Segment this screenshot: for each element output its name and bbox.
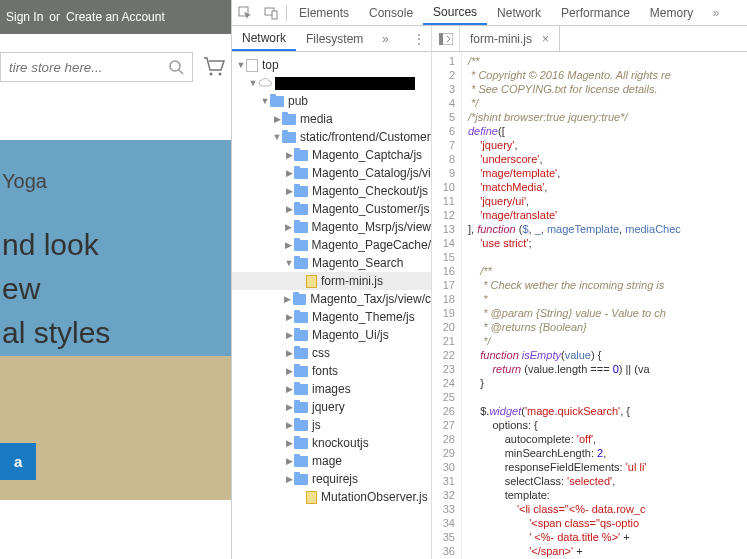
line-number[interactable]: 11	[432, 194, 455, 208]
line-number[interactable]: 30	[432, 460, 455, 474]
tree-row[interactable]: ▼Magento_Search	[232, 254, 431, 272]
file-tree[interactable]: ▼top▼▼pub▶media▼static/frontend/Customer…	[232, 52, 431, 559]
line-number[interactable]: 33	[432, 502, 455, 516]
sidebar-menu-icon[interactable]: ⋮	[407, 32, 431, 46]
disclosure-triangle-icon[interactable]: ▶	[284, 474, 294, 484]
disclosure-triangle-icon[interactable]: ▶	[284, 240, 294, 250]
main-tab-console[interactable]: Console	[359, 0, 423, 25]
tree-row[interactable]: ▼static/frontend/Customer	[232, 128, 431, 146]
code-line[interactable]: */	[468, 334, 747, 348]
hero-banner[interactable]: Yoga nd look ew al styles a	[0, 140, 231, 500]
disclosure-triangle-icon[interactable]: ▶	[284, 222, 294, 232]
line-number[interactable]: 12	[432, 208, 455, 222]
line-number[interactable]: 20	[432, 320, 455, 334]
code-line[interactable]: function isEmpty(value) {	[468, 348, 747, 362]
code-line[interactable]: '<li class="<%- data.row_c	[468, 502, 747, 516]
line-number[interactable]: 24	[432, 376, 455, 390]
disclosure-triangle-icon[interactable]: ▼	[248, 78, 258, 88]
tree-row[interactable]: ▶jquery	[232, 398, 431, 416]
code-line[interactable]: responseFieldElements: 'ul li'	[468, 460, 747, 474]
tree-row[interactable]: ▶media	[232, 110, 431, 128]
line-number[interactable]: 25	[432, 390, 455, 404]
code-line[interactable]: * @returns {Boolean}	[468, 320, 747, 334]
tree-row[interactable]: ▶js	[232, 416, 431, 434]
main-tab-performance[interactable]: Performance	[551, 0, 640, 25]
code-line[interactable]: 'use strict';	[468, 236, 747, 250]
code-line[interactable]: '<span class="qs-optio	[468, 516, 747, 530]
code-line[interactable]: '</span>' +	[468, 544, 747, 558]
tree-row[interactable]: ▶Magento_Customer/js	[232, 200, 431, 218]
code-line[interactable]: template:	[468, 488, 747, 502]
line-number[interactable]: 32	[432, 488, 455, 502]
line-number[interactable]: 1	[432, 54, 455, 68]
code-line[interactable]: /**	[468, 264, 747, 278]
line-number[interactable]: 2	[432, 68, 455, 82]
main-tab-elements[interactable]: Elements	[289, 0, 359, 25]
line-number[interactable]: 31	[432, 474, 455, 488]
disclosure-triangle-icon[interactable]: ▶	[284, 420, 294, 430]
code-line[interactable]: 'underscore',	[468, 152, 747, 166]
code-line[interactable]: 'jquery/ui',	[468, 194, 747, 208]
line-number[interactable]: 36	[432, 544, 455, 558]
tree-row[interactable]: ▼top	[232, 56, 431, 74]
tree-row[interactable]: ▶Magento_Tax/js/view/c	[232, 290, 431, 308]
code-line[interactable]: define([	[468, 124, 747, 138]
code-line[interactable]: * @param {String} value - Value to ch	[468, 306, 747, 320]
code-line[interactable]: autocomplete: 'off',	[468, 432, 747, 446]
tree-row[interactable]: ▶Magento_Ui/js	[232, 326, 431, 344]
line-number[interactable]: 10	[432, 180, 455, 194]
line-number[interactable]: 6	[432, 124, 455, 138]
disclosure-triangle-icon[interactable]: ▶	[284, 204, 294, 214]
tree-row[interactable]: ▶knockoutjs	[232, 434, 431, 452]
disclosure-triangle-icon[interactable]: ▼	[284, 258, 294, 268]
code-line[interactable]: }	[468, 376, 747, 390]
line-number[interactable]: 8	[432, 152, 455, 166]
code-line[interactable]: /*jshint browser:true jquery:true*/	[468, 110, 747, 124]
disclosure-triangle-icon[interactable]: ▶	[284, 186, 294, 196]
line-number[interactable]: 21	[432, 334, 455, 348]
search-icon[interactable]	[168, 59, 184, 75]
tree-row[interactable]: ▶fonts	[232, 362, 431, 380]
code-area[interactable]: 1234567891011121314151617181920212223242…	[432, 52, 747, 559]
hero-cta-button[interactable]: a	[0, 443, 36, 480]
disclosure-triangle-icon[interactable]: ▶	[284, 456, 294, 466]
code-line[interactable]: selectClass: 'selected',	[468, 474, 747, 488]
disclosure-triangle-icon[interactable]: ▶	[284, 150, 294, 160]
sign-in-link[interactable]: Sign In	[6, 10, 43, 24]
tree-row[interactable]: ▶Magento_Msrp/js/view	[232, 218, 431, 236]
line-number[interactable]: 19	[432, 306, 455, 320]
tree-row[interactable]: ▶mage	[232, 452, 431, 470]
code-line[interactable]: *	[468, 292, 747, 306]
side-tab-network[interactable]: Network	[232, 26, 296, 51]
line-number[interactable]: 29	[432, 446, 455, 460]
line-number[interactable]: 15	[432, 250, 455, 264]
more-tabs-icon[interactable]: »	[703, 0, 729, 25]
line-number[interactable]: 34	[432, 516, 455, 530]
disclosure-triangle-icon[interactable]: ▶	[284, 330, 294, 340]
line-number[interactable]: 17	[432, 278, 455, 292]
code-line[interactable]: 'mage/translate'	[468, 208, 747, 222]
line-number[interactable]: 13	[432, 222, 455, 236]
code-line[interactable]: return (value.length === 0) || (va	[468, 362, 747, 376]
tree-row[interactable]: form-mini.js	[232, 272, 431, 290]
disclosure-triangle-icon[interactable]: ▶	[284, 402, 294, 412]
create-account-link[interactable]: Create an Account	[66, 10, 165, 24]
line-number[interactable]: 23	[432, 362, 455, 376]
side-tab-filesystem[interactable]: Filesystem	[296, 26, 373, 51]
code-line[interactable]	[468, 250, 747, 264]
code-line[interactable]: 'mage/template',	[468, 166, 747, 180]
line-number[interactable]: 14	[432, 236, 455, 250]
line-number[interactable]: 9	[432, 166, 455, 180]
code-line[interactable]: $.widget('mage.quickSearch', {	[468, 404, 747, 418]
disclosure-triangle-icon[interactable]: ▼	[236, 60, 246, 70]
code-line[interactable]: ' <%- data.title %>' +	[468, 530, 747, 544]
main-tab-memory[interactable]: Memory	[640, 0, 703, 25]
show-navigator-icon[interactable]	[432, 26, 460, 51]
disclosure-triangle-icon[interactable]: ▼	[272, 132, 282, 142]
inspect-element-icon[interactable]	[232, 0, 258, 25]
disclosure-triangle-icon[interactable]: ▼	[260, 96, 270, 106]
disclosure-triangle-icon[interactable]: ▶	[284, 438, 294, 448]
close-tab-icon[interactable]: ×	[542, 32, 549, 46]
tree-row[interactable]: MutationObserver.js	[232, 488, 431, 506]
disclosure-triangle-icon[interactable]: ▶	[284, 366, 294, 376]
